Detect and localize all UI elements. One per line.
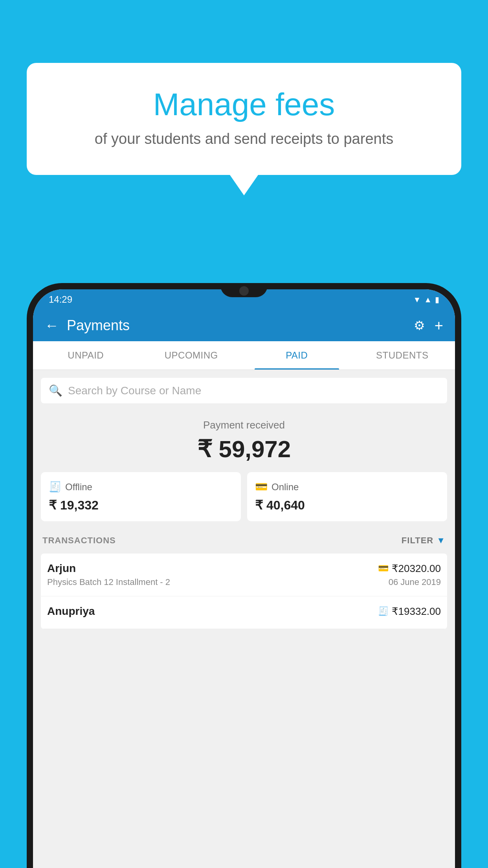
tab-students[interactable]: STUDENTS bbox=[350, 341, 455, 370]
transactions-header: TRANSACTIONS FILTER ▼ bbox=[41, 529, 447, 552]
table-row[interactable]: Arjun 💳 ₹20320.00 Physics Batch 12 Insta… bbox=[41, 554, 447, 596]
back-button[interactable]: ← bbox=[45, 317, 59, 334]
online-amount: ₹ 40,640 bbox=[255, 498, 439, 513]
online-card-header: 💳 Online bbox=[255, 481, 439, 493]
transaction-date: 06 June 2019 bbox=[389, 577, 441, 587]
search-icon: 🔍 bbox=[49, 384, 62, 397]
online-label: Online bbox=[272, 482, 299, 493]
phone-frame: 14:29 ▼ ▲ ▮ ← Payments UNPAID UPCOMING P… bbox=[27, 283, 461, 868]
offline-label: Offline bbox=[65, 482, 92, 493]
payment-summary: Payment received ₹ 59,972 bbox=[41, 411, 447, 472]
offline-amount: ₹ 19,332 bbox=[49, 498, 233, 513]
online-payment-card: 💳 Online ₹ 40,640 bbox=[247, 472, 447, 521]
offline-payment-icon: 🧾 bbox=[49, 481, 61, 493]
tab-unpaid[interactable]: UNPAID bbox=[33, 341, 139, 370]
speech-bubble: Manage fees of your students and send re… bbox=[27, 63, 461, 175]
online-payment-icon: 💳 bbox=[255, 481, 268, 493]
transactions-list: Arjun 💳 ₹20320.00 Physics Batch 12 Insta… bbox=[41, 554, 447, 629]
filter-label: FILTER bbox=[402, 535, 433, 546]
status-time: 14:29 bbox=[49, 294, 72, 305]
payment-cards: 🧾 Offline ₹ 19,332 💳 Online ₹ 40,640 bbox=[41, 472, 447, 521]
battery-icon: ▮ bbox=[435, 295, 439, 304]
bubble-subtitle: of your students and send receipts to pa… bbox=[50, 131, 438, 147]
transaction-name: Arjun bbox=[47, 562, 76, 575]
transaction-amount-row: 💳 ₹20320.00 bbox=[378, 563, 441, 575]
transaction-amount: ₹20320.00 bbox=[392, 563, 441, 575]
transaction-row-top: Arjun 💳 ₹20320.00 bbox=[47, 562, 441, 575]
app-bar: ← Payments bbox=[33, 310, 455, 341]
app-bar-title: Payments bbox=[67, 317, 406, 334]
offline-card-header: 🧾 Offline bbox=[49, 481, 233, 493]
tab-upcoming[interactable]: UPCOMING bbox=[139, 341, 244, 370]
online-payment-type-icon: 💳 bbox=[378, 563, 389, 574]
offline-payment-type-icon: 🧾 bbox=[378, 606, 389, 616]
settings-button[interactable] bbox=[414, 318, 425, 333]
bubble-title: Manage fees bbox=[50, 86, 438, 123]
status-icons: ▼ ▲ ▮ bbox=[413, 295, 439, 304]
app-bar-actions bbox=[414, 317, 443, 334]
table-row[interactable]: Anupriya 🧾 ₹19332.00 bbox=[41, 596, 447, 629]
filter-button[interactable]: FILTER ▼ bbox=[402, 535, 446, 546]
tab-paid[interactable]: PAID bbox=[244, 341, 350, 370]
payment-received-label: Payment received bbox=[41, 419, 447, 431]
payment-total-amount: ₹ 59,972 bbox=[41, 435, 447, 463]
transactions-section-label: TRANSACTIONS bbox=[42, 535, 116, 546]
search-bar[interactable]: 🔍 Search by Course or Name bbox=[41, 378, 447, 403]
phone-notch bbox=[220, 283, 268, 297]
tabs-bar: UNPAID UPCOMING PAID STUDENTS bbox=[33, 341, 455, 370]
transaction-row-top: Anupriya 🧾 ₹19332.00 bbox=[47, 605, 441, 618]
filter-icon: ▼ bbox=[437, 535, 446, 546]
phone-camera bbox=[239, 286, 249, 296]
transaction-course: Physics Batch 12 Installment - 2 bbox=[47, 577, 170, 587]
transaction-amount-row: 🧾 ₹19332.00 bbox=[378, 605, 441, 618]
phone-screen: 14:29 ▼ ▲ ▮ ← Payments UNPAID UPCOMING P… bbox=[33, 289, 455, 868]
offline-payment-card: 🧾 Offline ₹ 19,332 bbox=[41, 472, 241, 521]
search-placeholder-text: Search by Course or Name bbox=[68, 384, 201, 397]
signal-icon: ▲ bbox=[424, 295, 432, 304]
add-button[interactable] bbox=[435, 317, 443, 334]
transaction-amount: ₹19332.00 bbox=[392, 605, 441, 618]
transaction-row-bottom: Physics Batch 12 Installment - 2 06 June… bbox=[47, 577, 441, 587]
wifi-icon: ▼ bbox=[413, 295, 421, 304]
main-content: 🔍 Search by Course or Name Payment recei… bbox=[33, 370, 455, 637]
transaction-name: Anupriya bbox=[47, 605, 95, 618]
